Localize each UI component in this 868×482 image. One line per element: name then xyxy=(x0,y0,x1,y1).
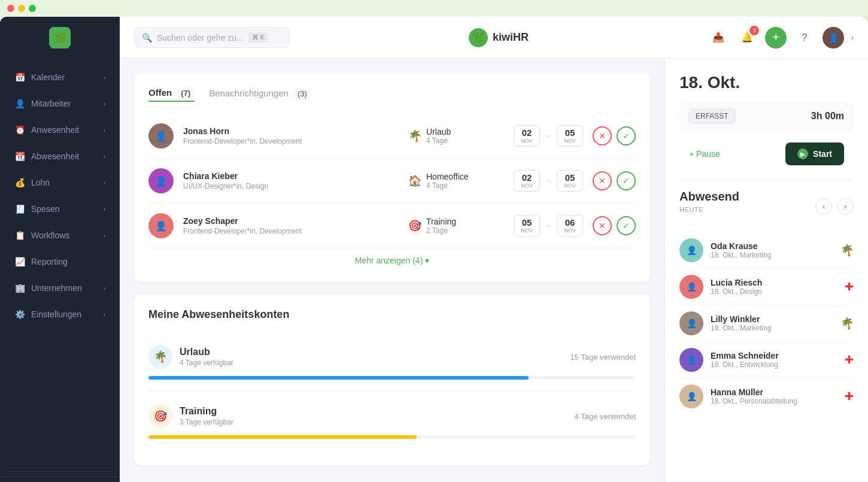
approve-button[interactable]: ✓ xyxy=(617,126,636,145)
main-content: 🔍 Suchen oder gehe zu... ⌘ K 🌿 kiwiHR 📥 … xyxy=(120,17,868,482)
unternehmen-icon: 🏢 xyxy=(14,283,25,293)
notifications-button[interactable]: 🔔 3 xyxy=(736,27,758,48)
sidebar: 🌿 📅 Kalender › 👤 Mitarbeiter › ⏰ Anwesen… xyxy=(0,17,120,482)
absent-person-oda: 👤 Oda Krause 18. Okt., Marketing 🌴 xyxy=(679,232,854,269)
request-avatar-jonas: 👤 xyxy=(148,123,174,148)
minimize-dot[interactable] xyxy=(18,5,25,12)
request-row: 👤 Zoey Schaper Frontend-Developer*in, De… xyxy=(148,204,636,248)
download-icon: 📥 xyxy=(712,32,724,43)
absence-used: 4 Tage verwendet xyxy=(575,412,636,421)
request-role: Frontend-Developer*in, Development xyxy=(183,227,399,235)
absence-available: 4 Tage verfügbar xyxy=(180,359,563,367)
absent-info: Oda Krause 18. Okt., Marketing xyxy=(711,241,833,259)
header-brand: 🌿 kiwiHR xyxy=(299,28,698,47)
absence-accounts-title: Meine Abwesenheitskonten xyxy=(148,308,636,321)
right-panel-date: 18. Okt. xyxy=(679,73,854,92)
reject-button[interactable]: ✕ xyxy=(593,171,612,190)
chevron-down-icon: ▾ xyxy=(425,256,429,265)
chevron-down-icon: › xyxy=(104,101,105,107)
arrow-right-icon: → xyxy=(545,132,552,140)
training-icon: 🎯 xyxy=(408,219,421,232)
absent-avatar: 👤 xyxy=(679,311,703,335)
download-button[interactable]: 📥 xyxy=(708,27,729,48)
absent-name: Hanna Müller xyxy=(711,387,837,397)
notification-badge: 3 xyxy=(749,26,759,35)
absent-date: 18. Okt., Marketing xyxy=(711,251,833,259)
chevron-down-icon: › xyxy=(104,127,105,134)
medical-icon: ✚ xyxy=(845,280,854,293)
absence-title-group: Training 3 Tage verfügbar xyxy=(180,406,567,426)
absence-accounts-card: Meine Abwesenheitskonten 🌴 Urlaub 4 Tage… xyxy=(134,294,650,465)
sidebar-item-label: Spesen xyxy=(31,204,98,214)
start-button[interactable]: ▶ Start xyxy=(785,143,844,165)
sidebar-item-lohn[interactable]: 💰 Lohn › xyxy=(5,170,115,195)
request-dates: 02 NOV → 05 NOV xyxy=(514,170,583,192)
collapse-menu-button[interactable]: « MENÜ EINKLAPPEN xyxy=(0,477,120,482)
absent-person-emma: 👤 Emma Schneider 18. Okt., Entwicklung ✚ xyxy=(679,342,854,378)
more-label: Mehr anzeigen (4) xyxy=(355,256,423,265)
sidebar-item-einstellungen[interactable]: ⚙️ Einstellungen › xyxy=(5,302,115,327)
absent-title: Abwesend xyxy=(679,190,739,204)
avatar-image: 👤 xyxy=(828,33,839,43)
absent-info: Emma Schneider 18. Okt., Entwicklung xyxy=(711,351,837,369)
help-button[interactable]: ? xyxy=(794,27,815,48)
absent-header: Abwesend HEUTE ‹ › xyxy=(679,190,854,223)
sidebar-item-reporting[interactable]: 📈 Reporting xyxy=(5,249,115,274)
requests-card: Offen (7) Benachrichtigungen (3) 👤 xyxy=(134,73,650,282)
date-to: 05 NOV xyxy=(557,125,583,147)
avatar-chevron[interactable]: › xyxy=(851,34,854,42)
maximize-dot[interactable] xyxy=(29,5,36,12)
reject-button[interactable]: ✕ xyxy=(593,126,612,145)
close-dot[interactable] xyxy=(7,5,14,12)
sidebar-item-mitarbeiter[interactable]: 👤 Mitarbeiter › xyxy=(5,91,115,116)
sidebar-item-kalender[interactable]: 📅 Kalender › xyxy=(5,65,115,90)
chevron-down-icon: › xyxy=(104,285,105,292)
absence-icon-urlaub: 🌴 xyxy=(148,345,172,369)
chevron-down-icon: › xyxy=(104,74,105,81)
tab-open[interactable]: Offen (7) xyxy=(148,87,195,102)
absent-avatar: 👤 xyxy=(679,348,703,372)
request-type-days: 4 Tage xyxy=(426,181,469,190)
question-icon: ? xyxy=(802,32,808,43)
request-info-jonas: Jonas Horn Frontend-Developer*in, Develo… xyxy=(183,126,399,145)
search-bar[interactable]: 🔍 Suchen oder gehe zu... ⌘ K xyxy=(134,27,290,48)
sidebar-item-unternehmen[interactable]: 🏢 Unternehmen › xyxy=(5,275,115,301)
sidebar-item-label: Workflows xyxy=(31,231,98,240)
absent-avatar: 👤 xyxy=(679,384,703,408)
chevron-down-icon: › xyxy=(104,153,105,160)
next-day-button[interactable]: › xyxy=(837,198,854,215)
request-dates: 05 NOV → 06 NOV xyxy=(514,215,583,237)
absent-person-lucia: 👤 Lucia Riesch 18. Okt., Design ✚ xyxy=(679,269,854,305)
date-from: 02 NOV xyxy=(514,125,540,147)
more-link[interactable]: Mehr anzeigen (4) ▾ xyxy=(148,248,636,268)
sidebar-logo: 🌿 xyxy=(0,17,120,59)
absent-date: 18. Okt., Entwicklung xyxy=(711,360,837,369)
request-name: Jonas Horn xyxy=(183,126,399,136)
reject-button[interactable]: ✕ xyxy=(593,216,612,235)
requests-tabs: Offen (7) Benachrichtigungen (3) xyxy=(148,87,636,102)
tab-notifications[interactable]: Benachrichtigungen (3) xyxy=(209,88,311,101)
approve-button[interactable]: ✓ xyxy=(617,216,636,235)
sidebar-item-anwesenheit[interactable]: ⏰ Anwesenheit › xyxy=(5,117,115,143)
absent-person-hanna: 👤 Hanna Müller 18. Okt., Personalabteilu… xyxy=(679,378,854,414)
sidebar-nav: 📅 Kalender › 👤 Mitarbeiter › ⏰ Anwesenhe… xyxy=(0,59,120,466)
sidebar-item-workflows[interactable]: 📋 Workflows › xyxy=(5,223,115,248)
lohn-icon: 💰 xyxy=(14,177,25,188)
sidebar-item-label: Reporting xyxy=(31,257,105,266)
sidebar-item-spesen[interactable]: 🧾 Spesen › xyxy=(5,196,115,222)
approve-button[interactable]: ✓ xyxy=(617,171,636,190)
absent-info: Hanna Müller 18. Okt., Personalabteilung xyxy=(711,387,837,405)
request-type: 🏠 Homeoffice 4 Tage xyxy=(408,172,504,190)
sidebar-item-abwesenheit[interactable]: 📆 Abwesenheit › xyxy=(5,144,115,169)
pause-link[interactable]: + Pause xyxy=(689,149,720,159)
user-avatar[interactable]: 👤 xyxy=(823,27,844,48)
sidebar-item-label: Mitarbeiter xyxy=(31,99,98,108)
medical-icon: ✚ xyxy=(845,390,854,403)
absence-header: 🎯 Training 3 Tage verfügbar 4 Tage verwe… xyxy=(148,404,636,428)
chevron-down-icon: › xyxy=(104,311,105,318)
arrow-right-icon: → xyxy=(545,177,552,185)
request-name: Zoey Schaper xyxy=(183,216,399,226)
absence-name: Urlaub xyxy=(180,347,563,357)
add-button[interactable]: + xyxy=(765,27,787,48)
prev-day-button[interactable]: ‹ xyxy=(815,198,832,215)
